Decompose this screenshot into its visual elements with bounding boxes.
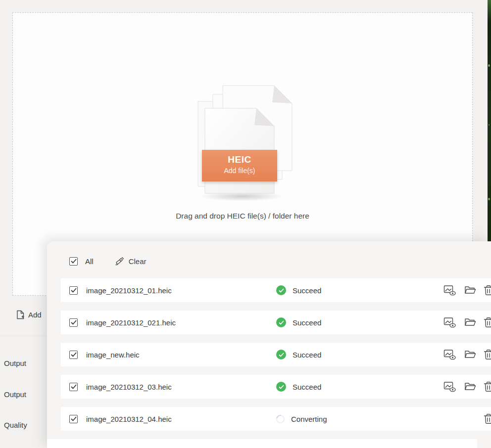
preview-image-icon[interactable] [443, 285, 456, 296]
status-badge: Succeed [276, 350, 321, 359]
open-folder-icon[interactable] [464, 285, 476, 295]
row-checkbox[interactable] [69, 318, 78, 327]
heic-file-stack-icon[interactable]: HEIC Add file(s) [191, 80, 305, 208]
add-button-label: Add [28, 311, 42, 319]
status-text: Succeed [293, 286, 321, 295]
open-folder-icon[interactable] [464, 317, 476, 327]
status-text: Succeed [293, 383, 321, 391]
table-row: image_20210312_03.heic Succeed [61, 375, 491, 399]
row-checkbox[interactable] [69, 383, 78, 391]
open-folder-icon[interactable] [464, 350, 476, 359]
status-text: Succeed [293, 351, 321, 359]
file-name: image_20210312_04.heic [86, 415, 172, 423]
select-all-checkbox[interactable] [69, 257, 78, 266]
add-files-badge[interactable]: HEIC Add file(s) [202, 150, 277, 181]
status-badge: Succeed [276, 285, 321, 295]
file-name: image_20210312_03.heic [86, 383, 172, 391]
status-badge: Succeed [276, 382, 321, 392]
file-list-header: All Clear [69, 255, 147, 267]
table-row: image_20210312_04.heic Converting [61, 407, 491, 431]
row-checkbox[interactable] [69, 415, 78, 423]
output-format-label: Output [4, 359, 26, 367]
broom-icon [114, 256, 125, 267]
clear-button-label: Clear [129, 257, 147, 266]
spinner-icon [275, 413, 287, 425]
delete-icon[interactable] [483, 285, 491, 296]
file-name: image_20210312_021.heic [86, 318, 176, 327]
quality-label: Quality [4, 421, 27, 429]
status-text: Converting [291, 415, 327, 423]
row-actions [443, 343, 456, 366]
check-circle-icon [276, 317, 286, 327]
table-row: image_20210312_021.heic Succeed [61, 311, 491, 334]
file-name: image_20210312_01.heic [86, 286, 172, 295]
status-text: Succeed [293, 318, 321, 327]
delete-icon[interactable] [483, 349, 491, 360]
badge-subtitle: Add file(s) [202, 167, 277, 175]
dropzone-hint: Drag and drop HEIC file(s) / folder here [13, 212, 472, 221]
output-folder-label: Output [4, 390, 26, 399]
file-name: image_new.heic [86, 351, 140, 359]
open-folder-icon[interactable] [464, 382, 476, 392]
file-list-panel: All Clear image_20210312_01.heic Succee [47, 241, 491, 448]
delete-icon[interactable] [483, 413, 491, 424]
file-plus-icon [16, 310, 25, 319]
status-badge: Converting [276, 415, 327, 423]
check-circle-icon [276, 382, 286, 392]
select-all-label: All [85, 257, 94, 266]
add-files-button[interactable]: Add [16, 310, 42, 319]
check-circle-icon [276, 350, 286, 359]
row-actions [443, 278, 456, 302]
delete-icon[interactable] [483, 381, 491, 392]
preview-image-icon[interactable] [443, 317, 456, 328]
table-row: image_20210312_01.heic Succeed [61, 278, 491, 302]
row-actions [443, 375, 456, 399]
table-row: image_new.heic Succeed [61, 343, 491, 366]
badge-title: HEIC [202, 154, 277, 165]
row-actions [443, 311, 456, 334]
file-rows: image_20210312_01.heic Succeed [61, 278, 491, 448]
clear-button[interactable]: Clear [114, 256, 147, 267]
row-checkbox[interactable] [69, 286, 78, 295]
status-badge: Succeed [276, 317, 321, 327]
check-circle-icon [276, 285, 286, 295]
delete-icon[interactable] [483, 317, 491, 328]
preview-image-icon[interactable] [443, 381, 456, 392]
preview-image-icon[interactable] [443, 349, 456, 360]
table-row-partial [47, 439, 477, 448]
row-checkbox[interactable] [69, 351, 78, 359]
